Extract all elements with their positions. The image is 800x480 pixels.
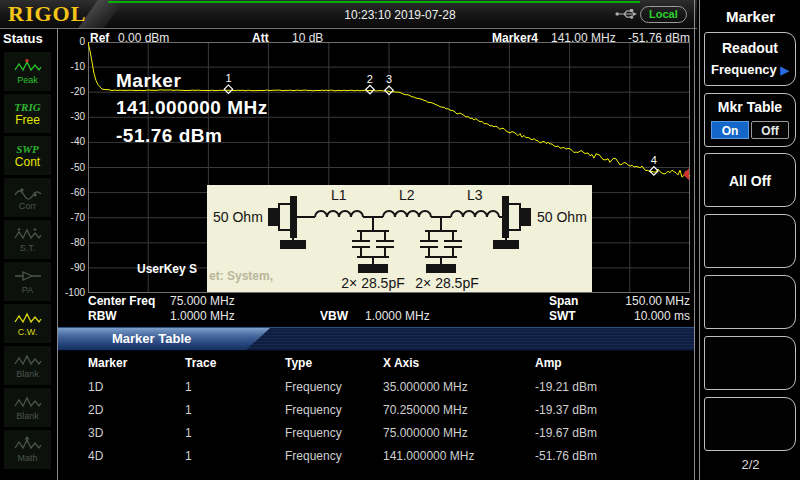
col-marker: Marker bbox=[88, 356, 127, 370]
readout-button-value: Frequency ▶ bbox=[705, 62, 795, 77]
y-tick-label: 0 bbox=[56, 36, 85, 47]
center-freq-value: 75.000 MHz bbox=[170, 294, 235, 308]
cell: 1 bbox=[185, 449, 192, 463]
marker-1-number: 1 bbox=[225, 72, 231, 84]
readout-button[interactable]: Readout Frequency ▶ bbox=[704, 32, 796, 86]
cap1-value-label: 2× 28.5pF bbox=[341, 275, 404, 291]
y-tick-label: -30 bbox=[56, 111, 85, 122]
cell: 3D bbox=[88, 426, 103, 440]
menu-title: Marker bbox=[700, 8, 800, 25]
col-trace: Trace bbox=[185, 356, 216, 370]
span-label: Span bbox=[549, 294, 578, 308]
marker-2-number: 2 bbox=[367, 73, 373, 85]
pa-icon bbox=[13, 268, 43, 284]
marker-3-number: 3 bbox=[386, 73, 392, 85]
cell: -19.67 dBm bbox=[535, 426, 597, 440]
right-impedance-label: 50 Ohm bbox=[537, 209, 587, 225]
st-icon bbox=[13, 226, 43, 242]
marker-readout-amp: -51.76 dBm bbox=[116, 125, 222, 147]
menu-button-empty-4[interactable] bbox=[704, 397, 796, 451]
y-tick-label: -100 bbox=[56, 287, 85, 298]
swt-label: SWT bbox=[549, 309, 576, 323]
cap2-value-label: 2× 28.5pF bbox=[415, 275, 478, 291]
cell: 1 bbox=[185, 403, 192, 417]
cell: Frequency bbox=[285, 449, 342, 463]
cell: 1 bbox=[185, 426, 192, 440]
spectrum-analyzer-screen: RIGOL 10:23:10 2019-07-28 Local Status P… bbox=[0, 0, 800, 480]
peak-icon bbox=[13, 58, 43, 74]
cell: -19.21 dBm bbox=[535, 380, 597, 394]
blank-icon bbox=[13, 352, 43, 368]
left-impedance-label: 50 Ohm bbox=[213, 209, 263, 225]
status-header: Status bbox=[3, 31, 43, 46]
rbw-value: 1.0000 MHz bbox=[170, 309, 235, 323]
vbw-label: VBW bbox=[320, 309, 348, 323]
menu-button-empty-2[interactable] bbox=[704, 275, 796, 329]
cell: Frequency bbox=[285, 426, 342, 440]
inductor-l1-label: L1 bbox=[331, 187, 347, 203]
inductor-l3-label: L3 bbox=[467, 187, 483, 203]
cell: 75.000000 MHz bbox=[383, 426, 468, 440]
y-tick-label: -50 bbox=[56, 162, 85, 173]
status-item-blank: Blank bbox=[4, 346, 51, 385]
menu-divider bbox=[694, 0, 695, 480]
marker-readout-title: Marker bbox=[116, 70, 181, 92]
status-item-trig: TRIGFree bbox=[4, 94, 51, 133]
mkr-table-button-label: Mkr Table bbox=[705, 99, 795, 115]
y-tick-label: -10 bbox=[56, 61, 85, 72]
menu-button-empty-1[interactable] bbox=[704, 214, 796, 268]
top-green-line bbox=[108, 1, 640, 3]
cell: 1D bbox=[88, 380, 103, 394]
local-badge: Local bbox=[640, 6, 687, 23]
menu-button-empty-3[interactable] bbox=[704, 336, 796, 390]
inductor-l2-label: L2 bbox=[399, 187, 415, 203]
status-item-pa: PA bbox=[4, 262, 51, 301]
userkey-message: UserKey S bbox=[137, 262, 197, 276]
status-item-math: Math bbox=[4, 430, 51, 469]
marker-readout-freq: 141.000000 MHz bbox=[116, 97, 268, 119]
vbw-value: 1.0000 MHz bbox=[365, 309, 430, 323]
status-item-corr: Corr bbox=[4, 178, 51, 217]
clock: 10:23:10 2019-07-28 bbox=[280, 8, 520, 22]
status-item-blank: Blank bbox=[4, 388, 51, 427]
rigol-logo: RIGOL bbox=[8, 1, 86, 27]
marker-table-title: Marker Table bbox=[112, 331, 191, 346]
cell: 4D bbox=[88, 449, 103, 463]
lowpass-filter-schematic: 50 Ohm 50 Ohm L1 L2 L3 2× 28.5pF 2× 28.5… bbox=[207, 185, 592, 292]
blank-icon bbox=[13, 394, 43, 410]
marker-4-number: 4 bbox=[651, 154, 657, 166]
rbw-label: RBW bbox=[88, 309, 117, 323]
usb-icon bbox=[615, 7, 638, 21]
y-tick-label: -40 bbox=[56, 136, 85, 147]
menu-page-indicator: 2/2 bbox=[700, 457, 800, 472]
submenu-arrow-icon: ▶ bbox=[780, 64, 788, 76]
math-icon bbox=[13, 436, 43, 452]
status-item-peak: Peak bbox=[4, 52, 51, 91]
all-off-button[interactable]: All Off bbox=[704, 153, 796, 207]
col-type: Type bbox=[285, 356, 312, 370]
status-item-c-w-: C.W. bbox=[4, 304, 51, 343]
y-tick-label: -60 bbox=[56, 187, 85, 198]
cell: 35.000000 MHz bbox=[383, 380, 468, 394]
status-item-swp: SWPCont bbox=[4, 136, 51, 175]
cell: 1 bbox=[185, 380, 192, 394]
status-item-s-t-: S.T. bbox=[4, 220, 51, 259]
trace-end-marker bbox=[683, 168, 689, 180]
cell: 2D bbox=[88, 403, 103, 417]
cell: 141.000000 MHz bbox=[383, 449, 474, 463]
softkey-menu: Marker Readout Frequency ▶ Mkr Table On … bbox=[699, 0, 800, 480]
col-amp: Amp bbox=[535, 356, 562, 370]
readout-button-label: Readout bbox=[705, 40, 795, 56]
cell: Frequency bbox=[285, 403, 342, 417]
cw-icon bbox=[13, 310, 43, 326]
mkr-table-button[interactable]: Mkr Table On Off bbox=[704, 93, 796, 147]
cell: Frequency bbox=[285, 380, 342, 394]
marker-table-header-bar: Marker Table bbox=[58, 327, 694, 351]
span-value: 150.00 MHz bbox=[595, 294, 690, 308]
y-tick-label: -80 bbox=[56, 237, 85, 248]
mkr-table-on-toggle[interactable]: On bbox=[711, 121, 749, 139]
mkr-table-off-toggle[interactable]: Off bbox=[751, 121, 789, 139]
center-freq-label: Center Freq bbox=[88, 294, 155, 308]
swt-value: 10.000 ms bbox=[595, 309, 690, 323]
top-bar: RIGOL 10:23:10 2019-07-28 Local bbox=[0, 0, 697, 29]
